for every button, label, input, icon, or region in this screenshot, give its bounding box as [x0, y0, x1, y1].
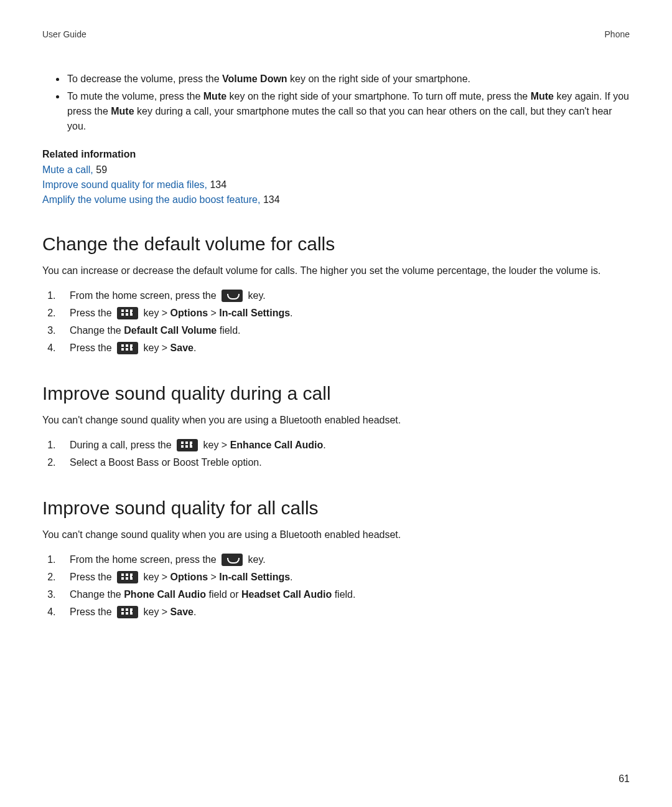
steps-list: During a call, press the key > Enhance C… — [42, 437, 630, 471]
bullet-list: To decrease the volume, press the Volume… — [42, 72, 630, 134]
text: key > — [141, 572, 170, 582]
section-para: You can increase or decrease the default… — [42, 263, 630, 278]
text: Press the — [70, 572, 114, 582]
text: field or — [206, 589, 241, 600]
text: field. — [217, 325, 240, 336]
text: From the home screen, press the — [70, 554, 219, 565]
page-header: User Guide Phone — [42, 29, 630, 39]
text: key on the right side of your smartphone… — [226, 91, 531, 101]
text: To decrease the volume, press the — [67, 73, 222, 84]
text-bold: Phone Call Audio — [124, 589, 206, 600]
text: field. — [332, 589, 355, 600]
text: . — [290, 308, 292, 318]
page: User Guide Phone To decrease the volume,… — [0, 0, 672, 807]
text: Press the — [70, 308, 114, 318]
related-heading: Related information — [42, 149, 630, 160]
text-bold: Enhance Call Audio — [230, 440, 324, 450]
text: Select a Boost Bass or Boost Treble opti… — [70, 457, 262, 468]
text-bold: Save — [170, 342, 194, 353]
steps-list: From the home screen, press the key. Pre… — [42, 551, 630, 621]
text: > — [208, 308, 219, 318]
bullet-item: To decrease the volume, press the Volume… — [66, 72, 630, 87]
related-page: 59 — [93, 164, 107, 175]
text-bold: In-call Settings — [219, 308, 290, 318]
step: Press the key > Options > In-call Settin… — [58, 569, 630, 586]
menu-key-icon — [117, 571, 138, 583]
text: key > — [141, 308, 170, 318]
text: From the home screen, press the — [70, 290, 219, 301]
related-item: Amplify the volume using the audio boost… — [42, 192, 630, 207]
menu-key-icon — [177, 439, 198, 451]
text: > — [208, 572, 219, 582]
section-heading: Improve sound quality for all calls — [42, 498, 630, 519]
text: Change the — [70, 325, 124, 336]
header-left: User Guide — [42, 29, 86, 39]
text: During a call, press the — [70, 440, 174, 450]
page-number: 61 — [618, 773, 630, 785]
text-bold: Volume Down — [222, 73, 287, 84]
related-link[interactable]: Mute a call, — [42, 164, 93, 175]
text: key. — [245, 290, 266, 301]
text: . — [194, 606, 196, 617]
related-item: Mute a call, 59 — [42, 163, 630, 177]
text-bold: Save — [170, 606, 194, 617]
menu-key-icon — [117, 342, 138, 354]
step: Change the Phone Call Audio field or Hea… — [58, 586, 630, 603]
menu-key-icon — [117, 606, 138, 618]
text-bold: Mute — [111, 106, 134, 116]
step: From the home screen, press the key. — [58, 287, 630, 304]
text: Press the — [70, 342, 114, 353]
text-bold: Options — [170, 572, 208, 582]
phone-key-icon — [222, 290, 243, 302]
step: Select a Boost Bass or Boost Treble opti… — [58, 454, 630, 471]
step: From the home screen, press the key. — [58, 551, 630, 569]
header-right: Phone — [605, 29, 630, 39]
text: . — [194, 342, 196, 353]
text: key > — [141, 606, 170, 617]
related-page: 134 — [207, 179, 226, 190]
text: key during a call, your smartphone mutes… — [67, 106, 612, 131]
section-para: You can't change sound quality when you … — [42, 527, 630, 542]
phone-key-icon — [222, 554, 243, 566]
related-link[interactable]: Amplify the volume using the audio boost… — [42, 194, 260, 205]
menu-key-icon — [117, 307, 138, 319]
related-page: 134 — [260, 194, 279, 205]
step: During a call, press the key > Enhance C… — [58, 437, 630, 454]
text: To mute the volume, press the — [67, 91, 203, 101]
text-bold: In-call Settings — [219, 572, 290, 582]
text: . — [323, 440, 325, 450]
text-bold: Headset Call Audio — [241, 589, 332, 600]
text-bold: Mute — [203, 91, 226, 101]
section-para: You can't change sound quality when you … — [42, 413, 630, 428]
steps-list: From the home screen, press the key. Pre… — [42, 287, 630, 357]
text-bold: Mute — [531, 91, 554, 101]
text-bold: Default Call Volume — [124, 325, 217, 336]
text: key > — [200, 440, 230, 450]
text: key > — [141, 342, 170, 353]
step: Press the key > Options > In-call Settin… — [58, 304, 630, 322]
section-heading: Improve sound quality during a call — [42, 383, 630, 404]
bullet-item: To mute the volume, press the Mute key o… — [66, 89, 630, 134]
step: Change the Default Call Volume field. — [58, 322, 630, 339]
related-link[interactable]: Improve sound quality for media files, — [42, 179, 207, 190]
text: Change the — [70, 589, 124, 600]
step: Press the key > Save. — [58, 339, 630, 357]
text: key. — [245, 554, 266, 565]
text: key on the right side of your smartphone… — [287, 73, 470, 84]
related-item: Improve sound quality for media files, 1… — [42, 177, 630, 192]
text: . — [290, 572, 292, 582]
text: Press the — [70, 606, 114, 617]
text-bold: Options — [170, 308, 208, 318]
step: Press the key > Save. — [58, 603, 630, 621]
section-heading: Change the default volume for calls — [42, 234, 630, 255]
